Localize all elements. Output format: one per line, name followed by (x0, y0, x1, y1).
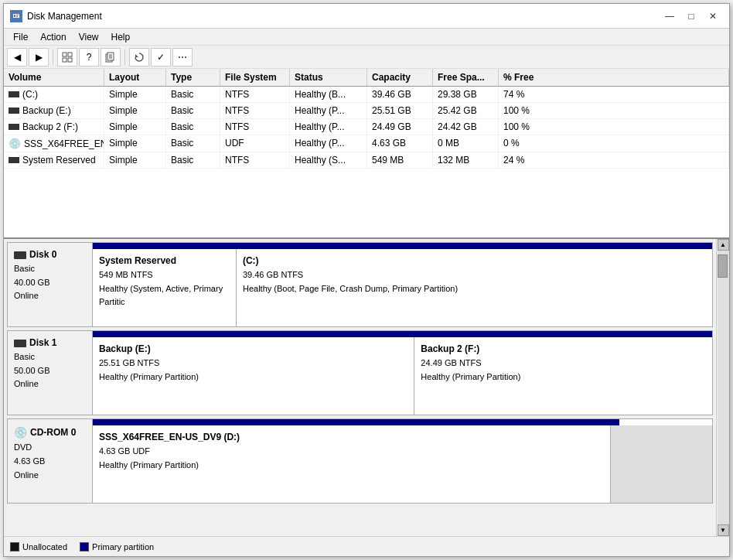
menu-action[interactable]: Action (34, 30, 72, 44)
cell-status-1: Healthy (P... (290, 103, 367, 118)
grid-button[interactable] (57, 48, 77, 67)
disk-1-part-0[interactable]: Backup (E:) 25.51 GB NTFS Healthy (Prima… (93, 337, 414, 415)
menu-help[interactable]: Help (105, 30, 137, 44)
cdrom-0-name: CD-ROM 0 (30, 425, 76, 440)
menu-file[interactable]: File (7, 30, 34, 44)
cell-free-0: 29.38 GB (433, 87, 499, 102)
main-window: Disk Management — □ ✕ File Action View H… (3, 3, 730, 557)
volume-icon-2 (9, 124, 19, 130)
scroll-up-btn[interactable]: ▲ (718, 239, 729, 251)
disk-0-partitions: System Reserved 549 MB NTFS Healthy (Sys… (93, 243, 712, 326)
refresh-button[interactable] (129, 48, 149, 67)
cell-capacity-2: 24.49 GB (367, 119, 433, 135)
col-capacity: Capacity (367, 69, 433, 86)
cdrom-0-part-status: Healthy (Primary Partition) (99, 459, 604, 473)
cell-capacity-3: 4.63 GB (367, 135, 433, 152)
svg-rect-8 (68, 58, 72, 62)
cdrom-0-partitions: SSS_X64FREE_EN-US_DV9 (D:) 4.63 GB UDF H… (93, 419, 712, 503)
disk-0-part-1[interactable]: (C:) 39.46 GB NTFS Healthy (Boot, Page F… (237, 249, 712, 326)
window-title: Disk Management (27, 11, 102, 22)
scroll-down-btn[interactable]: ▼ (718, 524, 729, 536)
table-row[interactable]: System Reserved Simple Basic NTFS Health… (4, 152, 729, 169)
col-volume: Volume (4, 69, 104, 86)
disk-0-name: Disk 0 (29, 248, 56, 262)
disk-1-icon (14, 340, 26, 347)
disk-1-partitions: Backup (E:) 25.51 GB NTFS Healthy (Prima… (93, 331, 712, 415)
menu-view[interactable]: View (73, 30, 105, 44)
forward-button[interactable]: ▶ (29, 48, 49, 67)
cell-fs-2: NTFS (220, 119, 290, 135)
legend: Unallocated Primary partition (4, 536, 729, 556)
disk-0-info: Disk 0 Basic 40.00 GB Online (8, 243, 93, 326)
cell-capacity-1: 25.51 GB (367, 103, 433, 118)
content-area: Volume Layout Type File System Status Ca… (4, 69, 729, 556)
close-button[interactable]: ✕ (703, 9, 723, 24)
cell-layout-1: Simple (104, 103, 166, 118)
disk-1-part-0-status: Healthy (Primary Partition) (99, 370, 407, 384)
cdrom-0-part-size: 4.63 GB UDF (99, 445, 604, 459)
disk-1-part-1-status: Healthy (Primary Partition) (421, 370, 706, 384)
disk-0-bar (93, 243, 712, 249)
maximize-button[interactable]: □ (681, 9, 701, 24)
cd-icon: 💿 (9, 138, 21, 149)
volume-icon-1 (9, 108, 19, 114)
properties-button[interactable] (101, 48, 121, 67)
table-header: Volume Layout Type File System Status Ca… (4, 69, 729, 87)
cell-fs-0: NTFS (220, 87, 290, 102)
cell-pct-4: 24 % (499, 152, 729, 168)
table-row[interactable]: Backup 2 (F:) Simple Basic NTFS Healthy … (4, 119, 729, 135)
cdrom-0-unallocated (611, 425, 712, 503)
col-fs: File System (220, 69, 290, 86)
cell-status-4: Healthy (S... (290, 152, 367, 168)
cell-capacity-0: 39.46 GB (367, 87, 433, 102)
cell-volume-2: Backup 2 (F:) (4, 119, 104, 135)
scrollbar[interactable]: ▲ ▼ (716, 239, 729, 536)
check-button[interactable]: ✓ (151, 48, 171, 67)
toolbar-separator-2 (124, 50, 125, 65)
cdrom-0-icon: 💿 (14, 424, 27, 441)
scroll-thumb[interactable] (718, 254, 728, 278)
table-row[interactable]: (C:) Simple Basic NTFS Healthy (B... 39.… (4, 87, 729, 103)
disk-1-part-1-size: 24.49 GB NTFS (421, 357, 706, 370)
cell-layout-2: Simple (104, 119, 166, 135)
minimize-button[interactable]: — (660, 9, 680, 24)
help-button[interactable]: ? (79, 48, 99, 67)
cell-layout-0: Simple (104, 87, 166, 102)
cell-pct-2: 100 % (499, 119, 729, 135)
cell-layout-4: Simple (104, 152, 166, 168)
more-button[interactable]: ⋯ (172, 48, 193, 67)
title-bar: Disk Management — □ ✕ (4, 4, 729, 29)
cell-pct-0: 74 % (499, 87, 729, 102)
cell-volume-0: (C:) (4, 87, 104, 102)
disk-0-part-0[interactable]: System Reserved 549 MB NTFS Healthy (Sys… (93, 249, 237, 326)
scroll-track[interactable] (718, 251, 729, 524)
legend-primary-label: Primary partition (92, 542, 154, 551)
cell-capacity-4: 549 MB (367, 152, 433, 168)
disk-0-part-0-status: Healthy (System, Active, Primary Partiti… (99, 282, 230, 309)
col-type: Type (166, 69, 220, 86)
cell-status-0: Healthy (B... (290, 87, 367, 102)
window-controls: — □ ✕ (660, 9, 723, 24)
cell-free-2: 24.42 GB (433, 119, 499, 135)
cdrom-0-part[interactable]: SSS_X64FREE_EN-US_DV9 (D:) 4.63 GB UDF H… (93, 425, 611, 503)
col-pct: % Free (499, 69, 729, 86)
back-button[interactable]: ◀ (7, 48, 27, 67)
cell-status-3: Healthy (P... (290, 135, 367, 152)
legend-unallocated: Unallocated (10, 542, 67, 551)
disk-1-part-0-name: Backup (E:) (99, 342, 407, 357)
cell-free-3: 0 MB (433, 135, 499, 152)
disk-1-size: 50.00 GB (14, 364, 86, 378)
cdrom-0-parts-area: SSS_X64FREE_EN-US_DV9 (D:) 4.63 GB UDF H… (93, 425, 712, 503)
cell-type-4: Basic (166, 152, 220, 168)
table-row[interactable]: 💿 SSS_X64FREE_EN-... Simple Basic UDF He… (4, 135, 729, 152)
cdrom-0-row: 💿 CD-ROM 0 DVD 4.63 GB Online SSS_X64FRE… (7, 418, 713, 504)
disk-1-info: Disk 1 Basic 50.00 GB Online (8, 331, 93, 415)
disk-1-name: Disk 1 (29, 336, 56, 350)
table-row[interactable]: Backup (E:) Simple Basic NTFS Healthy (P… (4, 103, 729, 119)
disk-1-part-1[interactable]: Backup 2 (F:) 24.49 GB NTFS Healthy (Pri… (414, 337, 712, 415)
disk-0-part-1-name: (C:) (243, 254, 706, 268)
volume-table: Volume Layout Type File System Status Ca… (4, 69, 729, 239)
cell-pct-3: 0 % (499, 135, 729, 152)
svg-marker-14 (135, 54, 138, 57)
cdrom-0-info: 💿 CD-ROM 0 DVD 4.63 GB Online (8, 419, 93, 503)
